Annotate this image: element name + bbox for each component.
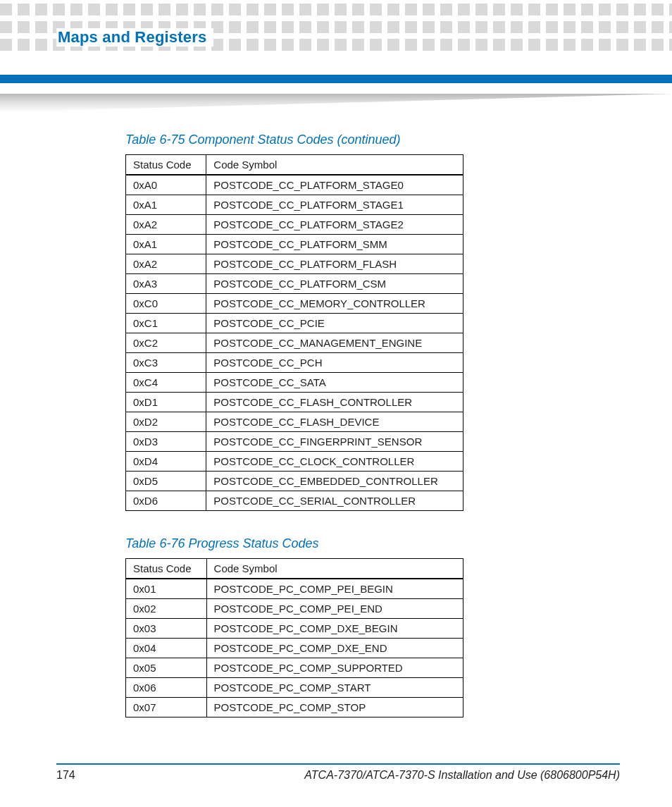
- status-code-cell: 0x04: [126, 639, 207, 658]
- header-gradient-triangle: [0, 94, 672, 112]
- status-code-cell: 0x03: [126, 619, 207, 639]
- status-code-cell: 0x02: [126, 599, 207, 619]
- component-status-codes-table: Status Code Code Symbol 0xA0POSTCODE_CC_…: [125, 154, 463, 511]
- table-row: 0xC4POSTCODE_CC_SATA: [126, 373, 463, 393]
- table-row: 0xD2POSTCODE_CC_FLASH_DEVICE: [126, 412, 463, 432]
- table-row: 0xC0POSTCODE_CC_MEMORY_CONTROLLER: [126, 294, 463, 314]
- table-row: 0x03POSTCODE_PC_COMP_DXE_BEGIN: [126, 619, 463, 639]
- table-row: 0xC3POSTCODE_CC_PCH: [126, 353, 463, 373]
- code-symbol-cell: POSTCODE_CC_PCIE: [206, 314, 463, 333]
- table-header-row: Status Code Code Symbol: [126, 155, 463, 175]
- col-status-code: Status Code: [126, 155, 206, 175]
- col-status-code: Status Code: [126, 559, 207, 579]
- code-symbol-cell: POSTCODE_CC_PLATFORM_STAGE0: [206, 175, 463, 195]
- status-code-cell: 0x06: [126, 678, 207, 698]
- table-row: 0x06POSTCODE_PC_COMP_START: [126, 678, 463, 698]
- table-row: 0x07POSTCODE_PC_COMP_STOP: [126, 698, 463, 717]
- table-row: 0xA3POSTCODE_CC_PLATFORM_CSM: [126, 274, 463, 294]
- code-symbol-cell: POSTCODE_PC_COMP_STOP: [206, 698, 463, 717]
- code-symbol-cell: POSTCODE_PC_COMP_SUPPORTED: [206, 658, 463, 678]
- page-footer: 174 ATCA-7370/ATCA-7370-S Installation a…: [56, 763, 620, 782]
- table-header-row: Status Code Code Symbol: [126, 559, 463, 579]
- code-symbol-cell: POSTCODE_CC_CLOCK_CONTROLLER: [206, 452, 463, 472]
- code-symbol-cell: POSTCODE_CC_PLATFORM_FLASH: [206, 254, 463, 274]
- status-code-cell: 0xA3: [126, 274, 206, 294]
- status-code-cell: 0xD3: [126, 432, 206, 452]
- status-code-cell: 0x07: [126, 698, 207, 717]
- code-symbol-cell: POSTCODE_CC_PLATFORM_STAGE1: [206, 195, 463, 215]
- status-code-cell: 0xD5: [126, 472, 206, 491]
- table-row: 0xD6POSTCODE_CC_SERIAL_CONTROLLER: [126, 491, 463, 511]
- table-row: 0x04POSTCODE_PC_COMP_DXE_END: [126, 639, 463, 658]
- code-symbol-cell: POSTCODE_CC_PLATFORM_CSM: [206, 274, 463, 294]
- table-caption-6-75: Table 6-75 Component Status Codes (conti…: [125, 133, 618, 147]
- code-symbol-cell: POSTCODE_CC_PLATFORM_SMM: [206, 235, 463, 254]
- table-row: 0x02POSTCODE_PC_COMP_PEI_END: [126, 599, 463, 619]
- code-symbol-cell: POSTCODE_CC_FLASH_DEVICE: [206, 412, 463, 432]
- code-symbol-cell: POSTCODE_CC_FINGERPRINT_SENSOR: [206, 432, 463, 452]
- status-code-cell: 0xC0: [126, 294, 206, 314]
- page-content: Table 6-75 Component Status Codes (conti…: [125, 127, 618, 717]
- progress-status-codes-table: Status Code Code Symbol 0x01POSTCODE_PC_…: [125, 558, 463, 717]
- code-symbol-cell: POSTCODE_CC_FLASH_CONTROLLER: [206, 393, 463, 412]
- table-row: 0xC2POSTCODE_CC_MANAGEMENT_ENGINE: [126, 333, 463, 353]
- status-code-cell: 0xC3: [126, 353, 206, 373]
- status-code-cell: 0xA2: [126, 215, 206, 235]
- code-symbol-cell: POSTCODE_PC_COMP_DXE_END: [206, 639, 463, 658]
- footer-rule: [56, 763, 620, 765]
- col-code-symbol: Code Symbol: [206, 155, 463, 175]
- status-code-cell: 0x01: [126, 579, 207, 599]
- status-code-cell: 0xA1: [126, 235, 206, 254]
- table-row: 0x01POSTCODE_PC_COMP_PEI_BEGIN: [126, 579, 463, 599]
- col-code-symbol: Code Symbol: [206, 559, 463, 579]
- status-code-cell: 0xC2: [126, 333, 206, 353]
- table-row: 0xA2POSTCODE_CC_PLATFORM_STAGE2: [126, 215, 463, 235]
- table-row: 0x05POSTCODE_PC_COMP_SUPPORTED: [126, 658, 463, 678]
- table-row: 0xA1POSTCODE_CC_PLATFORM_STAGE1: [126, 195, 463, 215]
- status-code-cell: 0xD4: [126, 452, 206, 472]
- table-row: 0xD5POSTCODE_CC_EMBEDDED_CONTROLLER: [126, 472, 463, 491]
- table-row: 0xC1POSTCODE_CC_PCIE: [126, 314, 463, 333]
- header-blue-bar: [0, 75, 672, 83]
- table-row: 0xD1POSTCODE_CC_FLASH_CONTROLLER: [126, 393, 463, 412]
- table-row: 0xA0POSTCODE_CC_PLATFORM_STAGE0: [126, 175, 463, 195]
- code-symbol-cell: POSTCODE_CC_MANAGEMENT_ENGINE: [206, 333, 463, 353]
- status-code-cell: 0xD1: [126, 393, 206, 412]
- table-row: 0xA2POSTCODE_CC_PLATFORM_FLASH: [126, 254, 463, 274]
- table-caption-6-76: Table 6-76 Progress Status Codes: [125, 536, 618, 551]
- status-code-cell: 0xA2: [126, 254, 206, 274]
- status-code-cell: 0xD6: [126, 491, 206, 511]
- status-code-cell: 0xA0: [126, 175, 206, 195]
- code-symbol-cell: POSTCODE_CC_EMBEDDED_CONTROLLER: [206, 472, 463, 491]
- code-symbol-cell: POSTCODE_CC_SATA: [206, 373, 463, 393]
- status-code-cell: 0x05: [126, 658, 207, 678]
- code-symbol-cell: POSTCODE_CC_SERIAL_CONTROLLER: [206, 491, 463, 511]
- code-symbol-cell: POSTCODE_CC_PLATFORM_STAGE2: [206, 215, 463, 235]
- code-symbol-cell: POSTCODE_PC_COMP_START: [206, 678, 463, 698]
- section-title: Maps and Registers: [56, 28, 213, 47]
- document-title: ATCA-7370/ATCA-7370-S Installation and U…: [304, 769, 620, 782]
- status-code-cell: 0xC4: [126, 373, 206, 393]
- status-code-cell: 0xD2: [126, 412, 206, 432]
- code-symbol-cell: POSTCODE_CC_PCH: [206, 353, 463, 373]
- page-number: 174: [56, 769, 75, 782]
- table-row: 0xA1POSTCODE_CC_PLATFORM_SMM: [126, 235, 463, 254]
- code-symbol-cell: POSTCODE_PC_COMP_PEI_BEGIN: [206, 579, 463, 599]
- code-symbol-cell: POSTCODE_PC_COMP_DXE_BEGIN: [206, 619, 463, 639]
- status-code-cell: 0xC1: [126, 314, 206, 333]
- code-symbol-cell: POSTCODE_PC_COMP_PEI_END: [206, 599, 463, 619]
- table-row: 0xD4POSTCODE_CC_CLOCK_CONTROLLER: [126, 452, 463, 472]
- table-row: 0xD3POSTCODE_CC_FINGERPRINT_SENSOR: [126, 432, 463, 452]
- status-code-cell: 0xA1: [126, 195, 206, 215]
- code-symbol-cell: POSTCODE_CC_MEMORY_CONTROLLER: [206, 294, 463, 314]
